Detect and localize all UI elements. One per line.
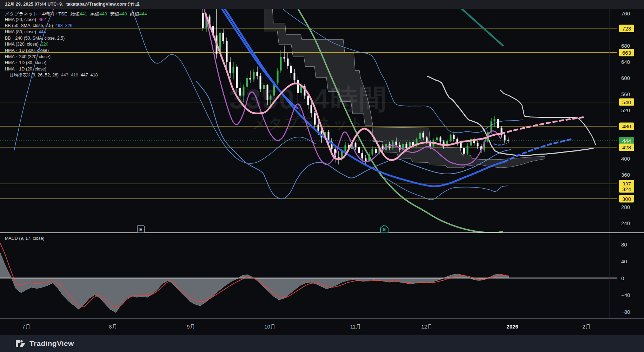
candle <box>365 158 367 161</box>
candle <box>290 66 292 73</box>
candle <box>253 72 255 80</box>
candle <box>314 113 316 124</box>
tradingview-logo[interactable]: TradingView <box>15 339 74 348</box>
legend-row-indicator[interactable]: HMA・240 (320, close) <box>5 54 147 60</box>
pane-separator[interactable] <box>0 232 644 233</box>
price-label: 240 <box>621 220 630 226</box>
candle <box>284 57 285 59</box>
candle <box>223 33 224 41</box>
ohlc-pair: 高値449 <box>90 11 107 16</box>
price-label: 760 <box>621 11 630 16</box>
svg-text:E: E <box>383 227 386 232</box>
macd-axis-label: −40 <box>621 292 630 298</box>
macd-axis-label: −80 <box>621 309 630 315</box>
creation-info-text: 12月 29, 2025 07:44 UTC+9、takatabaがTradin… <box>5 2 140 7</box>
legend-row-symbol[interactable]: メタプラネット・4時間・TSE始値441高値449安値440終値444 <box>5 11 147 17</box>
earnings-icon[interactable]: E <box>137 225 145 233</box>
price-level-badge: 540 <box>619 98 634 106</box>
time-axis[interactable]: 7月8月9月10月11月12月20262月 <box>0 318 644 336</box>
candle <box>300 86 302 93</box>
candle <box>233 67 234 73</box>
ohlc-pair: 終値444 <box>130 11 147 16</box>
legend-row-indicator[interactable]: HMA (80, close)444 <box>5 29 147 36</box>
candle <box>406 144 407 148</box>
ohlc-pair: 安値440 <box>110 11 127 16</box>
candle <box>318 124 319 131</box>
candle <box>277 70 279 82</box>
candle <box>369 154 370 161</box>
time-axis-label: 11月 <box>350 324 361 330</box>
symbol-title: メタプラネット・4時間・TSE <box>5 11 67 16</box>
candle <box>440 137 441 141</box>
indicator-value: 418 <box>71 73 78 77</box>
candle <box>202 13 204 28</box>
legend-row-indicator[interactable]: 一目均衡表® (9, 26, 52, 26)447418447418 <box>5 72 147 79</box>
candle <box>460 143 462 148</box>
price-label: 600 <box>621 75 630 81</box>
macd-legend[interactable]: MACD (9, 17, close) <box>5 236 45 241</box>
macd-axis-label: 80 <box>621 242 627 248</box>
earnings-upcoming-icon[interactable]: E <box>380 224 388 233</box>
macd-pane[interactable] <box>0 243 617 312</box>
legend-row-indicator[interactable]: HMA (20, close)462 <box>5 17 147 23</box>
candle <box>345 145 346 151</box>
candle <box>236 67 238 88</box>
time-axis-label: 2月 <box>582 324 590 330</box>
time-axis-label: 10月 <box>264 324 275 330</box>
price-axis[interactable]: 7607236806636406005605405204804444284003… <box>617 9 644 335</box>
candle <box>423 133 424 137</box>
candle <box>239 88 241 96</box>
candle <box>396 142 397 145</box>
tradingview-logo-text: TradingView <box>29 339 74 348</box>
macd-axis-label: 40 <box>621 258 627 264</box>
price-level-badge: 324 <box>619 185 634 193</box>
candle <box>246 78 248 87</box>
candle <box>307 96 309 106</box>
tradingview-snapshot: 3350, 4時間 メタプラネット 12月 29, 2025 07:44 UTC… <box>0 0 644 352</box>
candle <box>477 143 479 146</box>
indicator-label: HMA・1D (80, close) <box>5 60 46 65</box>
indicator-value: 444 <box>39 29 46 34</box>
candle <box>426 137 428 141</box>
legend-row-indicator[interactable]: HMA・1D (80, close) <box>5 60 147 66</box>
indicator-label: HMA・1D (320, close) <box>5 48 49 53</box>
footer-bar: TradingView <box>0 335 644 352</box>
indicator-value: 493 <box>55 23 63 28</box>
candle <box>507 140 509 141</box>
candle <box>453 135 455 139</box>
legend-row-indicator[interactable]: HMA・1D (20, close) <box>5 66 147 73</box>
indicator-value: 418 <box>91 73 98 77</box>
candle <box>375 149 377 153</box>
blue-dashed-short <box>494 143 507 145</box>
candle <box>260 76 261 89</box>
candle <box>226 41 228 62</box>
price-level-badge: 663 <box>619 49 634 56</box>
hma320-blue-thick-2 <box>217 1 298 109</box>
legend-row-indicator[interactable]: BB (50, SMA, close, 2.5)493329 <box>5 23 147 29</box>
legend-row-indicator[interactable]: BB・240 (50, SMA, close, 2.5) <box>5 35 147 42</box>
candle <box>270 96 272 100</box>
price-label: 400 <box>621 155 630 161</box>
indicator-value: 462 <box>39 17 46 22</box>
macd-axis-label: 0 <box>621 275 624 281</box>
candle <box>504 135 506 140</box>
indicator-value: 447 <box>81 73 88 77</box>
indicator-value: 447 <box>61 73 68 77</box>
time-axis-label: 8月 <box>109 324 117 330</box>
price-level-badge: 480 <box>619 122 634 130</box>
candle <box>257 72 258 76</box>
candle <box>230 62 231 73</box>
indicator-label: BB・240 (50, SMA, close, 2.5) <box>5 36 65 41</box>
price-label: 520 <box>621 107 630 113</box>
creation-info-bar: 12月 29, 2025 07:44 UTC+9、takatabaがTradin… <box>0 0 644 9</box>
legend-row-indicator[interactable]: HMA・1D (320, close) <box>5 48 147 54</box>
candle <box>294 73 296 80</box>
candle <box>463 148 465 154</box>
time-axis-label: 7月 <box>22 324 30 330</box>
price-label: 360 <box>621 171 630 177</box>
candle <box>280 57 282 70</box>
indicator-legend: メタプラネット・4時間・TSE始値441高値449安値440終値444HMA (… <box>5 11 147 79</box>
legend-row-indicator[interactable]: HMA (320, close)220 <box>5 42 147 48</box>
candle <box>297 80 299 93</box>
indicator-value: 329 <box>65 23 73 28</box>
